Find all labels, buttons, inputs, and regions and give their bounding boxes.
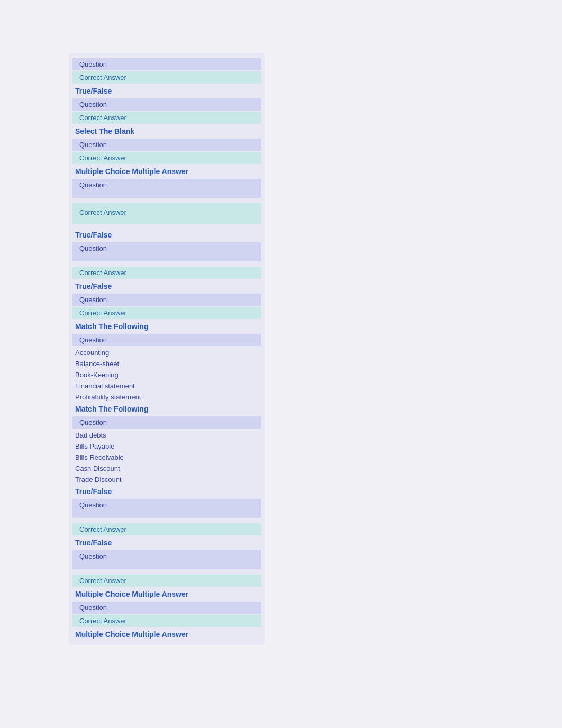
answer-row: Correct Answer — [72, 112, 261, 124]
section-true-false-4: True/False Question Correct Answer — [69, 485, 265, 535]
type-label: True/False — [69, 229, 265, 241]
answer-row: Correct Answer — [72, 307, 261, 319]
section-true-false-3: True/False Question Correct Answer — [69, 280, 265, 319]
section-true-false-2: True/False Question Correct Answer — [69, 229, 265, 279]
question-row: Question — [72, 334, 261, 346]
section-true-false-1: True/False Question Correct Answer — [69, 85, 265, 124]
section-match-following-2: Match The Following Question Bad debts B… — [69, 403, 265, 485]
type-label: Select The Blank — [69, 125, 265, 138]
question-row: Question — [72, 58, 261, 70]
question-row: Question — [72, 139, 261, 151]
answer-row: Correct Answer — [72, 152, 261, 164]
section-mcma-1: Multiple Choice Multiple Answer Question… — [69, 165, 265, 224]
outer-container: Question Correct Answer True/False Quest… — [0, 0, 562, 698]
answer-row: Correct Answer — [72, 523, 261, 535]
answer-row: Correct Answer — [72, 615, 261, 627]
section-mcma-2: Multiple Choice Multiple Answer Question… — [69, 588, 265, 627]
list-item: Cash Discount — [69, 463, 265, 474]
list-item: Financial statement — [69, 380, 265, 392]
question-row: Question — [72, 98, 261, 111]
list-item: Trade Discount — [69, 474, 265, 485]
list-item: Accounting — [69, 347, 265, 358]
question-row: Question — [72, 499, 261, 518]
type-label: Match The Following — [69, 403, 265, 415]
question-row: Question — [72, 242, 261, 261]
quiz-card: Question Correct Answer True/False Quest… — [69, 53, 265, 645]
section-mcma-3: Multiple Choice Multiple Answer — [69, 628, 265, 641]
list-item: Balance-sheet — [69, 358, 265, 369]
list-item: Bad debts — [69, 430, 265, 441]
list-item: Book-Keeping — [69, 369, 265, 380]
type-label: True/False — [69, 280, 265, 293]
answer-row: Correct Answer — [72, 267, 261, 279]
type-label: Match The Following — [69, 320, 265, 333]
section-select-blank: Select The Blank Question Correct Answer — [69, 125, 265, 164]
question-row: Question — [72, 602, 261, 614]
question-row: Question — [72, 179, 261, 198]
type-label: True/False — [69, 85, 265, 97]
list-item: Profitability statement — [69, 392, 265, 403]
answer-row: Correct Answer — [72, 575, 261, 587]
question-row: Question — [72, 416, 261, 429]
list-item: Bills Receivable — [69, 452, 265, 463]
answer-row: Correct Answer — [72, 71, 261, 84]
question-row: Question — [72, 550, 261, 569]
section-1: Question Correct Answer — [69, 58, 265, 84]
type-label: Multiple Choice Multiple Answer — [69, 628, 265, 641]
list-item: Bills Payable — [69, 441, 265, 452]
type-label: True/False — [69, 536, 265, 549]
type-label: Multiple Choice Multiple Answer — [69, 165, 265, 178]
section-match-following-1: Match The Following Question Accounting … — [69, 320, 265, 403]
answer-row: Correct Answer — [72, 203, 261, 224]
question-row: Question — [72, 294, 261, 306]
type-label: True/False — [69, 485, 265, 498]
type-label: Multiple Choice Multiple Answer — [69, 588, 265, 600]
section-true-false-5: True/False Question Correct Answer — [69, 536, 265, 587]
